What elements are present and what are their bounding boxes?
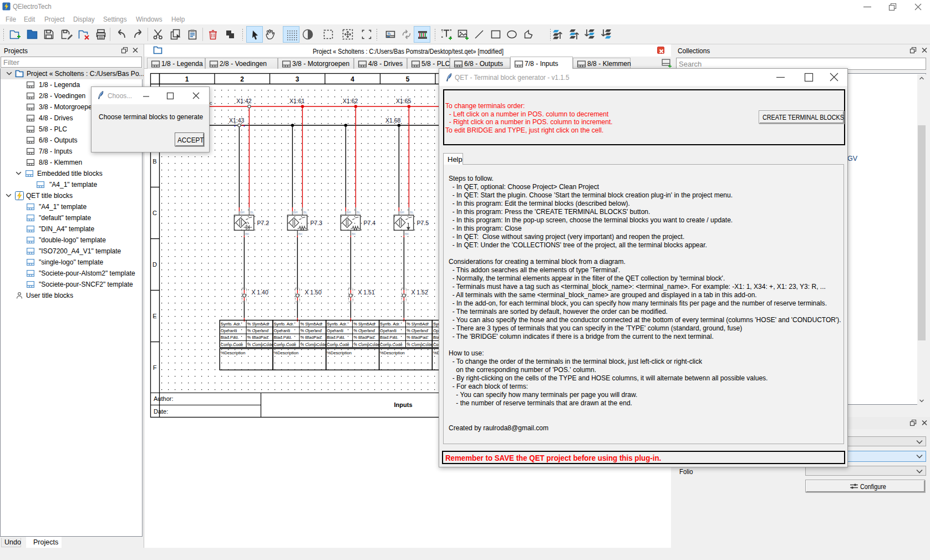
svg-text:Blad.Pad.: Blad.Pad.	[274, 335, 292, 340]
svg-text:% BladPad.: % BladPad.	[406, 335, 429, 340]
svg-text:P7.2: P7.2	[257, 220, 269, 226]
svg-text:BK: BK	[245, 232, 250, 236]
svg-text:2: 2	[240, 75, 244, 83]
svg-text:% Operand: % Operand	[353, 328, 374, 333]
svg-text:4: 4	[350, 75, 354, 83]
svg-text:Blad.Pad.: Blad.Pad.	[327, 335, 345, 340]
svg-text:% CompCode: % CompCode	[247, 342, 273, 347]
svg-text:X1:65: X1:65	[396, 98, 411, 104]
svg-text:Symb. Adr.: Symb. Adr.	[274, 322, 294, 327]
svg-text:BL: BL	[250, 211, 255, 214]
svg-text:% BladPad.: % BladPad.	[300, 335, 322, 340]
svg-text:BK: BK	[405, 232, 409, 236]
svg-text:BR: BR	[347, 211, 351, 214]
svg-text:% Operand: % Operand	[300, 328, 321, 333]
svg-text:%Description: %Description	[380, 350, 405, 355]
svg-text:Author:: Author:	[154, 395, 173, 402]
svg-text:c: c	[210, 100, 212, 106]
svg-text:BR: BR	[240, 211, 245, 214]
svg-text:E: E	[153, 313, 156, 319]
svg-text:Operand: Operand	[380, 328, 397, 333]
svg-text:Comp.Code: Comp.Code	[274, 342, 297, 347]
svg-text:BL: BL	[357, 211, 361, 214]
svg-text:% CompCode: % CompCode	[406, 342, 433, 347]
svg-text:D: D	[153, 261, 157, 268]
svg-text:Comp.Code: Comp.Code	[380, 342, 403, 347]
svg-text:%Description: %Description	[274, 350, 299, 355]
svg-text:B: B	[153, 158, 156, 165]
svg-text:Symb. Adr.: Symb. Adr.	[380, 322, 400, 327]
svg-text:BK: BK	[352, 232, 356, 236]
svg-text:BL: BL	[410, 211, 414, 214]
svg-text:X1:43: X1:43	[229, 117, 245, 124]
svg-text:5: 5	[406, 75, 410, 83]
svg-text:X 1.51: X 1.51	[358, 289, 375, 296]
svg-text:% BladPad.: % BladPad.	[353, 335, 375, 340]
svg-text:Date:: Date:	[154, 408, 168, 415]
svg-text:% Operand: % Operand	[247, 328, 268, 333]
svg-text:% SymbAdr: % SymbAdr	[406, 322, 429, 327]
svg-text:X1:62: X1:62	[343, 98, 358, 104]
svg-text:BK: BK	[298, 232, 303, 236]
svg-text:% SymbAdr: % SymbAdr	[300, 322, 323, 327]
svg-text:BR: BR	[293, 211, 298, 214]
svg-text:1: 1	[185, 75, 189, 83]
svg-text:P7.4: P7.4	[363, 220, 375, 226]
svg-text:X1:61: X1:61	[289, 98, 305, 104]
svg-text:Inputs: Inputs	[394, 401, 413, 408]
svg-text:BL: BL	[303, 211, 308, 214]
svg-text:P7.5: P7.5	[416, 220, 429, 226]
svg-text:Symb. Adr.: Symb. Adr.	[221, 322, 241, 327]
svg-text:Operand: Operand	[274, 328, 291, 333]
svg-text:%Description: %Description	[327, 350, 352, 355]
svg-text:X1.68: X1.68	[385, 117, 401, 124]
svg-text:Operand: Operand	[221, 328, 237, 333]
svg-text:P7.3: P7.3	[310, 220, 322, 226]
svg-text:%Description: %Description	[221, 350, 246, 355]
svg-text:X1:42: X1:42	[236, 98, 252, 104]
svg-text:Blad.Pad.: Blad.Pad.	[380, 335, 398, 340]
svg-text:X 1.40: X 1.40	[251, 289, 268, 296]
svg-text:% BladPad.: % BladPad.	[247, 335, 270, 340]
svg-text:% SymbAdr: % SymbAdr	[353, 322, 376, 327]
svg-text:% Operand: % Operand	[406, 328, 428, 333]
svg-text:F: F	[153, 364, 157, 371]
svg-text:C: C	[153, 210, 157, 216]
svg-text:Blad.Pad.: Blad.Pad.	[221, 335, 239, 340]
svg-text:X 1.52: X 1.52	[411, 289, 428, 296]
svg-text:Comp.Code: Comp.Code	[327, 342, 349, 347]
svg-text:BR: BR	[400, 211, 404, 214]
svg-text:% CompCode: % CompCode	[353, 342, 379, 347]
svg-text:% CompCode: % CompCode	[300, 342, 326, 347]
svg-text:Comp.Code: Comp.Code	[221, 342, 243, 347]
svg-text:3: 3	[296, 75, 299, 83]
svg-text:Operand: Operand	[327, 328, 343, 333]
svg-text:X 1.50: X 1.50	[304, 289, 322, 296]
svg-text:Symb. Adr.: Symb. Adr.	[327, 322, 347, 327]
svg-text:% SymbAdr: % SymbAdr	[247, 322, 270, 327]
